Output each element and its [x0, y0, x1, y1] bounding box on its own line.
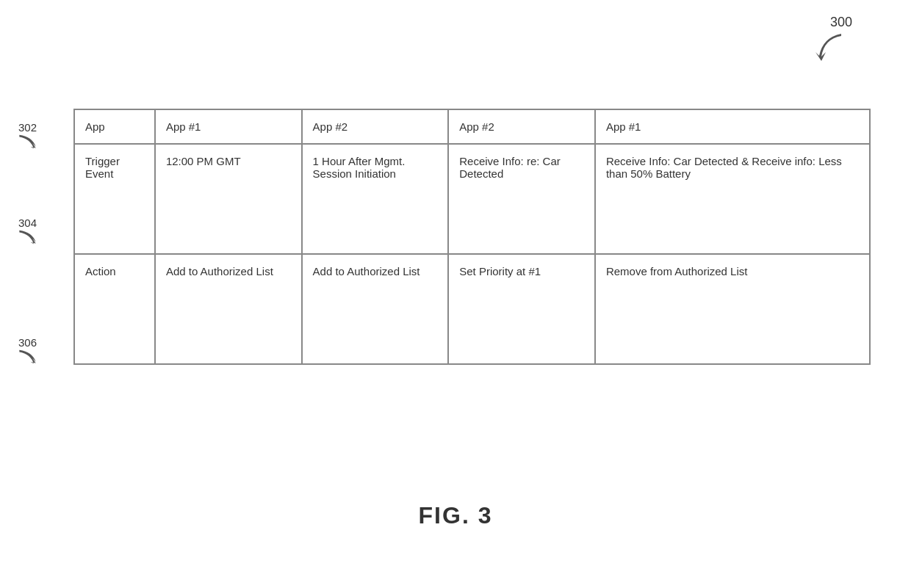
page-container: 300 302 304 306 App App #1 App #2 App #: [0, 0, 911, 588]
figure-arrow-icon: [808, 30, 852, 67]
cell-app2-col3: App #2: [302, 109, 449, 144]
cell-action-4: Remove from Authorized List: [595, 254, 870, 364]
cell-action-2: Add to Authorized List: [302, 254, 449, 364]
row-label-306: 306: [15, 336, 40, 367]
label-306-arrow-icon: [15, 349, 40, 367]
cell-trigger-2: 1 Hour After Mgmt. Session Initiation: [302, 144, 449, 254]
table-row-app: App App #1 App #2 App #2 App #1: [74, 109, 870, 144]
cell-app2-col4: App #2: [448, 109, 595, 144]
figure-number-area: 300: [808, 15, 852, 67]
label-304-number: 304: [18, 217, 37, 229]
cell-trigger-1: 12:00 PM GMT: [155, 144, 302, 254]
cell-app1: App #1: [155, 109, 302, 144]
figure-caption: FIG. 3: [0, 502, 911, 529]
label-302-number: 302: [18, 121, 37, 134]
cell-trigger-3: Receive Info: re: Car Detected: [448, 144, 595, 254]
row-label-304: 304: [15, 217, 40, 247]
cell-action-1: Add to Authorized List: [155, 254, 302, 364]
label-306-number: 306: [18, 336, 37, 349]
table-row-trigger: Trigger Event 12:00 PM GMT 1 Hour After …: [74, 144, 870, 254]
cell-app1-col5: App #1: [595, 109, 870, 144]
cell-app-label: App: [74, 109, 155, 144]
label-304-arrow-icon: [15, 229, 40, 247]
cell-trigger-label: Trigger Event: [74, 144, 155, 254]
label-302-arrow-icon: [15, 134, 40, 152]
cell-action-label: Action: [74, 254, 155, 364]
row-label-302: 302: [15, 121, 40, 152]
cell-trigger-4: Receive Info: Car Detected & Receive inf…: [595, 144, 870, 254]
cell-action-3: Set Priority at #1: [448, 254, 595, 364]
table-row-action: Action Add to Authorized List Add to Aut…: [74, 254, 870, 364]
figure-number: 300: [830, 15, 852, 30]
main-table: App App #1 App #2 App #2 App #1 Trigger …: [73, 109, 871, 365]
